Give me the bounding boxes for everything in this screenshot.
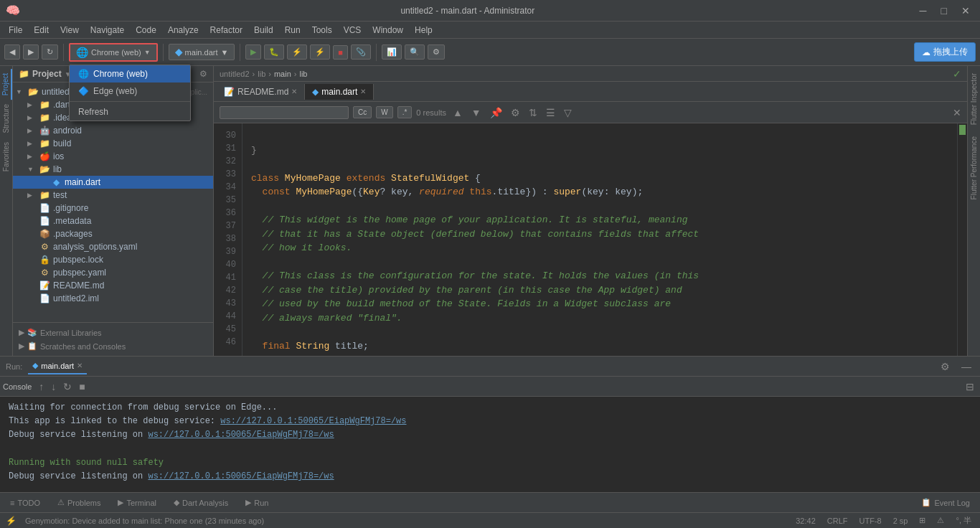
tree-ios[interactable]: ▶ 🍎 ios [13, 150, 213, 163]
run-settings-button[interactable]: ⚙ [938, 359, 953, 374]
console-ws-link-1[interactable]: ws://127.0.0.1:50065/EiapWgFMj78=/ws [220, 416, 406, 426]
run-tab-close[interactable]: ✕ [77, 362, 83, 369]
menu-refactor[interactable]: Refactor [204, 24, 248, 37]
status-indent[interactable]: 2 sp [890, 514, 911, 527]
menu-file[interactable]: File [3, 24, 28, 37]
project-settings-icon[interactable]: ⚙ [199, 69, 207, 79]
external-libraries-item[interactable]: ▶ 📚 External Libraries [13, 326, 213, 339]
bottom-tab-problems[interactable]: ⚠ Problems [50, 495, 108, 510]
status-line-col[interactable]: 32:42 [793, 514, 819, 527]
find-close-button[interactable]: ✕ [953, 107, 961, 118]
console-up-button[interactable]: ↑ [36, 380, 47, 394]
vtab-project[interactable]: Project [0, 69, 12, 100]
menu-navigate[interactable]: Navigate [85, 24, 130, 37]
status-line-ending[interactable]: CRLF [824, 514, 851, 527]
vtab-structure[interactable]: Structure [1, 100, 11, 138]
console-stop-button[interactable]: ■ [76, 380, 88, 394]
breadcrumb-class[interactable]: lib [299, 70, 307, 78]
tree-gitignore[interactable]: 📄 .gitignore [13, 202, 213, 214]
tree-main-dart[interactable]: ◆ main.dart [13, 176, 213, 189]
tree-pubspec-yaml[interactable]: ⚙ pubspec.yaml [13, 266, 213, 279]
upload-button[interactable]: ☁ 拖拽上传 [914, 42, 976, 62]
run-minimize-button[interactable]: — [958, 359, 974, 374]
maximize-button[interactable]: □ [937, 4, 951, 18]
menu-help[interactable]: Help [409, 24, 438, 37]
tree-pubspec-lock[interactable]: 🔒 pubspec.lock [13, 253, 213, 266]
dropdown-chrome-item[interactable]: 🌐 Chrome (web) [70, 65, 190, 82]
tree-readme[interactable]: 📝 README.md [13, 279, 213, 292]
find-case-button[interactable]: Cc [353, 106, 372, 118]
menu-window[interactable]: Window [367, 24, 409, 37]
tree-metadata[interactable]: 📄 .metadata [13, 214, 213, 227]
flutter-performance-tab[interactable]: Flutter Performance [969, 132, 979, 204]
code-content[interactable]: } class MyHomePage extends StatefulWidge… [242, 123, 957, 356]
tab-main-dart[interactable]: ◆ main.dart ✕ [305, 84, 374, 100]
menu-tools[interactable]: Tools [306, 24, 338, 37]
breadcrumb-untitled2[interactable]: untitled2 [220, 70, 250, 78]
find-filter-button[interactable]: ⚙ [509, 107, 522, 118]
tree-test[interactable]: ▶ 📁 test [13, 189, 213, 202]
find-regex-button[interactable]: .* [397, 106, 413, 118]
console-ws-link-2[interactable]: ws://127.0.0.1:50065/EiapWgFMj78=/ws [148, 430, 334, 440]
refresh-button[interactable]: ↻ [42, 44, 58, 60]
fold-30[interactable]: } [251, 145, 257, 156]
console-down-button[interactable]: ↓ [48, 380, 59, 394]
tree-packages[interactable]: 📦 .packages [13, 227, 213, 240]
profile-button[interactable]: 📊 [382, 44, 402, 60]
forward-button[interactable]: ▶ [23, 44, 39, 60]
tab-readme[interactable]: 📝 README.md ✕ [217, 84, 305, 100]
minimize-button[interactable]: ─ [915, 4, 931, 18]
scratches-item[interactable]: ▶ 📋 Scratches and Consoles [13, 339, 213, 353]
find-next-button[interactable]: ▼ [469, 107, 484, 118]
flutter-inspector-tab[interactable]: Flutter Inspector [969, 69, 979, 129]
attach-button[interactable]: 📎 [351, 44, 371, 60]
close-button[interactable]: ✕ [957, 4, 974, 18]
run-button[interactable]: ▶ [245, 44, 261, 60]
run-main-dart-tab[interactable]: ◆ main.dart ✕ [28, 358, 87, 374]
run-config-selector[interactable]: ◆ main.dart ▼ [169, 44, 235, 60]
hot-reload-button[interactable]: ⚡ [310, 44, 330, 60]
breadcrumb-lib[interactable]: lib [258, 70, 265, 78]
find-expand-button[interactable]: ⇅ [527, 107, 540, 118]
status-encoding[interactable]: UTF-8 [857, 514, 885, 527]
back-button[interactable]: ◀ [4, 44, 20, 60]
menu-build[interactable]: Build [248, 24, 279, 37]
find-word-button[interactable]: W [376, 106, 392, 118]
bottom-tab-dart-analysis[interactable]: ◆ Dart Analysis [166, 495, 235, 510]
tree-build[interactable]: ▶ 📁 build [13, 137, 213, 150]
console-ws-link-3[interactable]: ws://127.0.0.1:50065/EiapWgFMj78=/ws [148, 471, 334, 481]
dropdown-edge-item[interactable]: 🔷 Edge (web) [70, 82, 190, 100]
find-list-button[interactable]: ☰ [544, 107, 557, 118]
find-pin-button[interactable]: 📌 [488, 107, 504, 118]
bottom-tab-event-log[interactable]: 📋 Event Log [914, 495, 977, 510]
menu-run[interactable]: Run [279, 24, 306, 37]
find-input[interactable] [220, 106, 349, 119]
tree-lib[interactable]: ▼ 📂 lib [13, 163, 213, 176]
device-selector[interactable]: 🌐 Chrome (web) ▼ [69, 43, 158, 62]
find-prev-button[interactable]: ▲ [451, 107, 465, 118]
breadcrumb-main[interactable]: main [274, 70, 291, 78]
menu-code[interactable]: Code [130, 24, 162, 37]
bottom-tab-todo[interactable]: ≡ TODO [3, 496, 47, 510]
tree-iml[interactable]: 📄 untitled2.iml [13, 292, 213, 305]
menu-view[interactable]: View [55, 24, 85, 37]
bottom-tab-run[interactable]: ▶ Run [238, 495, 275, 510]
find-funnel-button[interactable]: ▽ [562, 107, 574, 118]
debug-button[interactable]: 🐛 [264, 44, 284, 60]
menu-edit[interactable]: Edit [28, 24, 55, 37]
tree-android[interactable]: ▶ 🤖 android [13, 124, 213, 137]
menu-analyze[interactable]: Analyze [162, 24, 204, 37]
analyze-button[interactable]: 🔍 [405, 44, 425, 60]
console-restart-button[interactable]: ↻ [60, 380, 75, 394]
tree-analysis[interactable]: ⚙ analysis_options.yaml [13, 240, 213, 253]
stop-button[interactable]: ■ [333, 45, 348, 60]
bottom-tab-terminal[interactable]: ▶ Terminal [110, 495, 164, 510]
dropdown-refresh-item[interactable]: Refresh [70, 103, 190, 121]
readme-tab-close[interactable]: ✕ [291, 88, 297, 95]
main-dart-tab-close[interactable]: ✕ [360, 88, 366, 95]
console-sidebar-toggle[interactable]: ⊟ [963, 380, 977, 394]
status-layout-icon[interactable]: ⊞ [916, 514, 928, 527]
coverage-button[interactable]: ⚡ [287, 44, 307, 60]
vtab-favorites[interactable]: Favorites [1, 138, 11, 176]
settings-button[interactable]: ⚙ [428, 44, 445, 60]
